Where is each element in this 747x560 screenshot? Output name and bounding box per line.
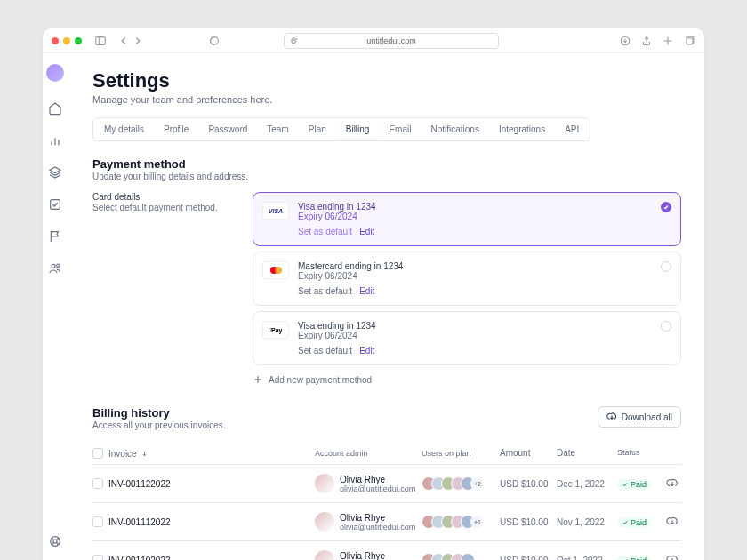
users-avatar-stack: +1 bbox=[422, 515, 485, 529]
tab-notifications[interactable]: Notifications bbox=[422, 120, 487, 139]
card-details-title: Card details bbox=[92, 192, 235, 202]
tab-team[interactable]: Team bbox=[258, 120, 297, 139]
card-selected-radio[interactable] bbox=[661, 261, 671, 272]
add-payment-method-button[interactable]: Add new payment method bbox=[253, 371, 681, 388]
plus-icon bbox=[253, 374, 263, 385]
reload-icon[interactable] bbox=[290, 36, 298, 44]
col-invoice[interactable]: Invoice bbox=[108, 448, 315, 459]
tab-plan[interactable]: Plan bbox=[300, 120, 335, 139]
sidebar-home[interactable] bbox=[43, 96, 68, 121]
tab-profile[interactable]: Profile bbox=[155, 120, 197, 139]
payment-card-mastercard[interactable]: Mastercard ending in 1234 Expiry 06/2024… bbox=[253, 252, 681, 306]
set-default-link[interactable]: Set as default bbox=[298, 346, 352, 356]
card-title: Visa ending in 1234 bbox=[298, 202, 671, 212]
row-checkbox[interactable] bbox=[92, 516, 103, 527]
download-all-button[interactable]: Download all bbox=[598, 406, 681, 428]
col-amount: Amount bbox=[500, 448, 557, 459]
tabs-icon[interactable] bbox=[683, 35, 695, 47]
set-default-link[interactable]: Set as default bbox=[298, 286, 352, 296]
col-status: Status bbox=[617, 448, 663, 459]
users-avatar-stack bbox=[422, 553, 475, 560]
invoice-cell: INV-001122022 bbox=[108, 479, 315, 489]
download-row-button[interactable] bbox=[663, 516, 681, 528]
share-icon[interactable] bbox=[640, 35, 653, 47]
svg-point-17 bbox=[53, 540, 57, 543]
invoice-cell: INV-001102022 bbox=[108, 556, 315, 561]
amount-cell: USD $10.00 bbox=[500, 517, 557, 527]
page-subtitle: Manage your team and preferences here. bbox=[92, 94, 681, 105]
col-date: Date bbox=[557, 448, 617, 459]
svg-line-19 bbox=[57, 543, 59, 545]
maximize-window-icon[interactable] bbox=[75, 37, 82, 44]
tab-integrations[interactable]: Integrations bbox=[490, 120, 554, 139]
row-checkbox[interactable] bbox=[92, 555, 103, 560]
date-cell: Oct 1, 2022 bbox=[557, 556, 617, 561]
download-row-button[interactable] bbox=[663, 477, 681, 490]
payment-method-title: Payment method bbox=[92, 157, 681, 171]
svg-rect-13 bbox=[51, 200, 60, 210]
card-title: Mastercard ending in 1234 bbox=[298, 261, 671, 271]
browser-window: untitledui.com Settings Manage your te bbox=[43, 28, 704, 560]
edit-card-link[interactable]: Edit bbox=[359, 346, 374, 356]
admin-name: Olivia Rhye bbox=[340, 513, 415, 523]
sidebar-support[interactable] bbox=[43, 529, 68, 554]
app-logo[interactable] bbox=[46, 64, 64, 82]
window-controls[interactable] bbox=[52, 37, 82, 44]
admin-avatar bbox=[315, 550, 334, 560]
admin-avatar bbox=[315, 512, 334, 532]
svg-marker-12 bbox=[50, 167, 60, 173]
download-icon[interactable] bbox=[619, 35, 631, 47]
tab-my-details[interactable]: My details bbox=[95, 120, 153, 139]
edit-card-link[interactable]: Edit bbox=[359, 286, 374, 296]
svg-point-15 bbox=[57, 264, 60, 267]
url-bar[interactable]: untitledui.com bbox=[284, 33, 499, 49]
select-all-checkbox[interactable] bbox=[92, 448, 103, 459]
sidebar-tasks[interactable] bbox=[43, 192, 68, 217]
svg-line-20 bbox=[52, 543, 53, 545]
admin-email: olivia@untitledui.com bbox=[340, 484, 415, 493]
sort-down-icon bbox=[141, 450, 149, 458]
browser-toolbar: untitledui.com bbox=[43, 28, 704, 53]
card-selected-radio[interactable] bbox=[661, 202, 671, 212]
status-badge: Paid bbox=[617, 517, 651, 528]
invoice-cell: INV-001112022 bbox=[108, 517, 315, 527]
payment-card-applepay[interactable]: Pay Visa ending in 1234 Expiry 06/2024 … bbox=[253, 311, 681, 365]
sidebar-flag[interactable] bbox=[43, 224, 68, 249]
download-row-button[interactable] bbox=[663, 554, 681, 560]
billing-history-subtitle: Access all your previous invoices. bbox=[92, 420, 226, 430]
svg-point-14 bbox=[52, 264, 55, 268]
mastercard-icon bbox=[262, 261, 289, 279]
users-avatar-stack: +2 bbox=[422, 476, 485, 491]
status-badge: Paid bbox=[617, 556, 651, 560]
tab-api[interactable]: API bbox=[556, 120, 588, 139]
card-title: Visa ending in 1234 bbox=[298, 321, 671, 331]
tab-password[interactable]: Password bbox=[199, 120, 256, 139]
sidebar-toggle-icon[interactable] bbox=[94, 35, 107, 47]
admin-avatar bbox=[315, 474, 334, 493]
back-button[interactable] bbox=[117, 35, 130, 47]
payment-card-visa[interactable]: VISA Visa ending in 1234 Expiry 06/2024 … bbox=[253, 192, 681, 246]
col-users: Users on plan bbox=[422, 448, 500, 459]
svg-line-21 bbox=[57, 538, 59, 540]
minimize-window-icon[interactable] bbox=[63, 37, 70, 44]
set-default-link[interactable]: Set as default bbox=[298, 227, 352, 236]
sidebar-users[interactable] bbox=[43, 256, 68, 281]
more-users-badge: +1 bbox=[470, 515, 485, 529]
sidebar-layers[interactable] bbox=[43, 160, 68, 185]
forward-button[interactable] bbox=[132, 35, 144, 47]
close-window-icon[interactable] bbox=[52, 37, 59, 44]
card-selected-radio[interactable] bbox=[661, 321, 671, 332]
new-tab-icon[interactable] bbox=[662, 35, 674, 47]
edit-card-link[interactable]: Edit bbox=[359, 227, 374, 236]
tab-billing[interactable]: Billing bbox=[337, 120, 379, 139]
admin-name: Olivia Rhye bbox=[340, 475, 415, 484]
sidebar-analytics[interactable] bbox=[43, 128, 68, 153]
shield-icon[interactable] bbox=[208, 35, 221, 47]
tab-email[interactable]: Email bbox=[380, 120, 420, 139]
card-expiry: Expiry 06/2024 bbox=[298, 271, 671, 281]
sidebar bbox=[43, 53, 68, 560]
row-checkbox[interactable] bbox=[92, 478, 103, 489]
card-expiry: Expiry 06/2024 bbox=[298, 331, 671, 340]
admin-email: olivia@untitledui.com bbox=[340, 523, 415, 532]
invoices-table: Invoice Account admin Users on plan Amou… bbox=[92, 443, 681, 560]
